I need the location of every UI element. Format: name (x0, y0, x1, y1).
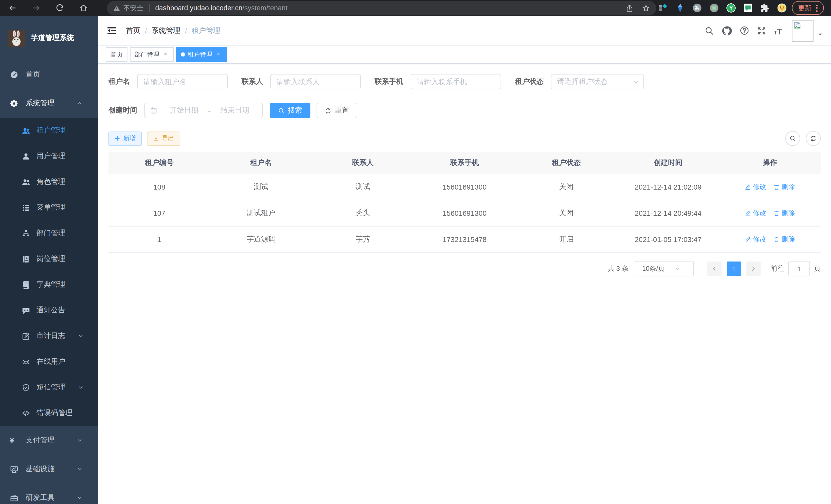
filter-label-联系手机: 联系手机 (375, 77, 403, 86)
sidebar-item-label: 租户管理 (36, 126, 65, 135)
sidebar-item-租户管理[interactable]: 租户管理 (0, 118, 98, 143)
tab-租户管理[interactable]: 租户管理× (176, 47, 227, 62)
tab-close-icon[interactable]: × (162, 51, 169, 58)
filter-input-租户名[interactable] (137, 74, 228, 89)
emoji-face-extension-icon[interactable] (777, 3, 787, 13)
delete-link[interactable]: 删除 (773, 235, 795, 244)
browser-forward-icon[interactable] (29, 1, 43, 15)
breadcrumb-item-首页[interactable]: 首页 (126, 26, 140, 35)
select-caret-icon (665, 266, 690, 272)
avatar-caret-icon[interactable] (818, 32, 823, 37)
font-size-icon[interactable]: TT (774, 26, 783, 35)
fullscreen-icon[interactable] (757, 26, 766, 35)
chat-square-extension-icon[interactable] (743, 3, 753, 13)
cell-name: 芋道源码 (210, 226, 312, 253)
edit-label: 修改 (753, 182, 766, 191)
goto-page-input[interactable] (789, 261, 810, 276)
edit-link[interactable]: 修改 (745, 209, 766, 218)
date-start-placeholder: 开始日期 (162, 106, 206, 115)
sidebar-item-错误码管理[interactable]: 错误码管理 (0, 400, 98, 426)
sidebar-item-角色管理[interactable]: 角色管理 (0, 169, 98, 195)
sidebar-item-基础设施[interactable]: 基础设施 (0, 455, 98, 483)
add-button[interactable]: 新增 (109, 131, 142, 146)
sidebar-item-岗位管理[interactable]: 岗位管理 (0, 246, 98, 272)
edit-link[interactable]: 修改 (745, 235, 766, 244)
bookmark-star-icon[interactable] (642, 4, 650, 12)
delete-link[interactable]: 删除 (773, 182, 795, 191)
sidebar-item-在线用户[interactable]: 在线用户 (0, 349, 98, 375)
sidebar-item-研发工具[interactable]: 研发工具 (0, 483, 98, 504)
sidebar-item-label: 字典管理 (36, 280, 65, 289)
sidebar-item-菜单管理[interactable]: 菜单管理 (0, 195, 98, 220)
sidebar-item-用户管理[interactable]: 用户管理 (0, 143, 98, 169)
breadcrumb: 首页/系统管理/租户管理 (126, 26, 221, 35)
next-page-button[interactable] (746, 262, 761, 276)
filter-input-联系手机[interactable] (411, 74, 501, 89)
sidebar-item-label: 系统管理 (26, 99, 55, 108)
address-bar[interactable]: 不安全 dashboard.yudao.iocoder.cn /system/t… (107, 1, 656, 15)
sidebar-item-首页[interactable]: 首页 (0, 60, 98, 89)
tab-label: 首页 (111, 50, 123, 59)
sidebar-item-通知公告[interactable]: 通知公告 (0, 297, 98, 323)
sidebar-item-label: 短信管理 (36, 383, 65, 392)
tiles-badge-extension-icon[interactable] (658, 3, 668, 13)
share-icon[interactable] (625, 4, 634, 12)
sidebar-collapse-icon[interactable] (106, 25, 117, 36)
breadcrumb-item-系统管理[interactable]: 系统管理 (152, 26, 180, 35)
chrome-menu-icon[interactable] (816, 4, 818, 11)
chrome-update-button[interactable]: 更新 (792, 1, 824, 15)
security-warning-label[interactable]: 不安全 (123, 3, 143, 12)
page-size-select[interactable]: 10条/页 (635, 261, 694, 276)
filter-input-联系人[interactable] (270, 74, 361, 89)
sidebar-item-label: 研发工具 (26, 493, 55, 502)
column-header-操作: 操作 (719, 152, 821, 174)
y-circle-extension-icon[interactable]: Y (726, 3, 736, 13)
header-search-icon[interactable] (705, 26, 714, 35)
cell-actions: 修改删除 (719, 200, 821, 226)
filter-label-租户状态: 租户状态 (515, 77, 544, 86)
sidebar-item-label: 角色管理 (36, 177, 65, 186)
reset-button[interactable]: 重置 (317, 103, 357, 118)
sidebar-item-字典管理[interactable]: 字典管理 (0, 272, 98, 297)
browser-back-icon[interactable] (5, 1, 20, 15)
filter-group-联系人: 联系人 (241, 74, 361, 89)
command-circle-extension-icon[interactable]: ⌘ (692, 3, 702, 13)
chrome-update-label: 更新 (798, 3, 811, 12)
export-button[interactable]: 导出 (147, 131, 180, 146)
search-form-row-1: 租户名联系人联系手机租户状态请选择租户状态 (109, 74, 821, 89)
sidebar-item-部门管理[interactable]: 部门管理 (0, 220, 98, 246)
record-circle-extension-icon[interactable] (709, 3, 719, 13)
toggle-search-button[interactable] (785, 131, 800, 146)
cell-mobile: 15601691300 (414, 174, 515, 200)
page-number-1[interactable]: 1 (727, 262, 741, 276)
app-logo[interactable]: 芋道管理系统 (0, 16, 98, 60)
cell-created: 2021-01-05 17:03:47 (617, 226, 719, 253)
help-icon[interactable] (740, 26, 749, 35)
github-icon[interactable] (721, 25, 732, 36)
tab-首页[interactable]: 首页 (106, 47, 127, 62)
url-path: /system/tenant (242, 4, 288, 12)
refresh-icon (325, 107, 332, 114)
avatar[interactable] (792, 20, 813, 41)
prev-page-button[interactable] (707, 262, 721, 276)
tab-部门管理[interactable]: 部门管理× (130, 47, 174, 62)
date-range-picker[interactable]: 开始日期 - 结束日期 (144, 103, 263, 118)
browser-home-icon[interactable] (76, 1, 90, 15)
search-button[interactable]: 搜索 (270, 103, 310, 118)
sidebar-item-审计日志[interactable]: 审计日志 (0, 323, 98, 349)
broken-image-icon (794, 21, 801, 29)
sidebar-item-短信管理[interactable]: 短信管理 (0, 375, 98, 400)
kite-extension-icon[interactable] (675, 3, 685, 13)
pencil-icon (745, 236, 751, 242)
tab-close-icon[interactable]: × (215, 51, 222, 58)
puzzle-extension-icon[interactable] (760, 3, 770, 13)
sidebar-item-系统管理[interactable]: 系统管理 (0, 89, 98, 118)
refresh-table-button[interactable] (806, 131, 821, 146)
sidebar-item-支付管理[interactable]: ¥支付管理 (0, 426, 98, 455)
gauge-icon (10, 70, 19, 79)
browser-reload-icon[interactable] (52, 1, 67, 15)
cell-name: 测试租户 (210, 200, 312, 226)
delete-link[interactable]: 删除 (773, 209, 795, 218)
edit-link[interactable]: 修改 (745, 182, 766, 191)
filter-select-租户状态[interactable]: 请选择租户状态 (551, 74, 644, 89)
